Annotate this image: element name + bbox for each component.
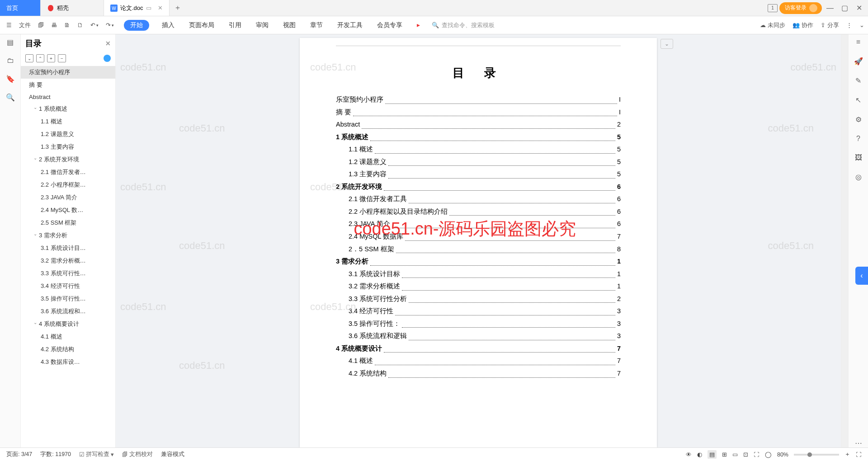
toc-row[interactable]: 1.2 课题意义5	[336, 156, 621, 169]
outline-list[interactable]: 乐室预约小程序摘 要Abstract⌄1 系统概述1.1 概述1.2 课题意义1…	[21, 66, 115, 447]
save-icon[interactable]: 🗐	[35, 20, 47, 30]
hamburger-icon[interactable]: ☰	[4, 20, 14, 30]
window-mode-icon[interactable]: 1	[768, 4, 778, 12]
menu-devtools[interactable]: 开发工具	[335, 20, 364, 31]
rocket-icon[interactable]: 🚀	[854, 57, 863, 66]
collapse-page-icon[interactable]: ⌄	[660, 39, 673, 49]
menu-review[interactable]: 审阅	[254, 20, 270, 31]
outline-item[interactable]: 3.5 操作可行性…	[21, 292, 115, 305]
sync-button[interactable]: ☁未同步	[760, 21, 785, 29]
new-tab-button[interactable]: ＋	[170, 0, 186, 16]
outline-item[interactable]: Abstract	[21, 91, 115, 103]
coop-button[interactable]: 👥协作	[793, 21, 813, 29]
zoom-level[interactable]: 80%	[777, 452, 788, 458]
outline-rail-icon[interactable]: ▤	[7, 38, 14, 47]
toc-row[interactable]: 3.6 系统流程和逻辑3	[336, 330, 621, 343]
minimize-icon[interactable]: —	[824, 2, 836, 14]
outline-item[interactable]: ⌄3 需求分析	[21, 229, 115, 242]
toc-row[interactable]: 2.1 微信开发者工具6	[336, 193, 621, 206]
toc-row[interactable]: 2.2 小程序框架以及目录结构介绍6	[336, 206, 621, 218]
fullscreen-icon[interactable]: ⛶	[856, 452, 862, 458]
zoom-out-icon[interactable]: ◯	[765, 451, 772, 458]
pointer-icon[interactable]: ↖	[855, 96, 861, 104]
outline-item[interactable]: 1.1 概述	[21, 115, 115, 128]
outline-item[interactable]: 3.6 系统流程和…	[21, 305, 115, 318]
outline-item[interactable]: 3.2 需求分析概…	[21, 254, 115, 267]
image-icon[interactable]: 🖼	[855, 154, 862, 162]
collapse-ribbon-icon[interactable]: ⌄	[859, 21, 864, 29]
fit-icon[interactable]: ⛶	[754, 452, 760, 458]
tab-close-icon[interactable]: ✕	[158, 5, 163, 11]
nightmode-icon[interactable]: ◐	[697, 451, 702, 458]
document-viewport[interactable]: 目 录 乐室预约小程序I摘 要IAbstract21 系统概述51.1 概述51…	[116, 34, 841, 447]
menu-vip[interactable]: 会员专享	[375, 20, 404, 31]
menu-insert[interactable]: 插入	[160, 20, 176, 31]
outline-close-icon[interactable]: ✕	[105, 40, 111, 47]
outline-item[interactable]: 1.3 主要内容	[21, 141, 115, 153]
tab-home[interactable]: 首页	[0, 0, 41, 16]
compat-mode[interactable]: 兼容模式	[161, 451, 184, 458]
toc-row[interactable]: 3.3 系统可行性分析2	[336, 293, 621, 306]
settings-slider-icon[interactable]: ⚙	[855, 115, 862, 124]
ribbon-rail-icon[interactable]: 🔖	[6, 75, 15, 83]
word-count[interactable]: 字数: 11970	[40, 451, 71, 458]
eye-icon[interactable]: 👁	[686, 452, 692, 458]
toc-row[interactable]: 1.3 主要内容5	[336, 168, 621, 181]
toc-row[interactable]: 1 系统概述5	[336, 131, 621, 144]
outline-item[interactable]: 3.4 经济可行性	[21, 280, 115, 292]
readmode-icon[interactable]: ▤	[708, 450, 717, 459]
add-icon[interactable]: +	[47, 54, 55, 62]
pen-icon[interactable]: ✎	[855, 76, 861, 85]
book-icon[interactable]: ▭	[732, 451, 738, 458]
help-icon[interactable]: ?	[856, 135, 860, 143]
ruler[interactable]	[336, 38, 621, 46]
search-rail-icon[interactable]: 🔍	[6, 93, 15, 102]
outline-item[interactable]: 3.3 系统可行性…	[21, 267, 115, 280]
print-icon[interactable]: 🖶	[48, 20, 60, 30]
outline-settings-icon[interactable]	[104, 55, 111, 62]
remove-icon[interactable]: −	[58, 54, 66, 62]
toc-row[interactable]: 3 需求分析1	[336, 255, 621, 268]
toc-row[interactable]: 3.2 需求分析概述1	[336, 280, 621, 293]
tab-float-icon[interactable]: ▭	[146, 5, 151, 11]
outline-item[interactable]: 2.3 JAVA 简介	[21, 191, 115, 204]
outline-item[interactable]: 3.1 系统设计目…	[21, 242, 115, 254]
toc-row[interactable]: Abstract2	[336, 118, 621, 131]
zoom-slider[interactable]	[794, 454, 839, 456]
toc-row[interactable]: 4.2 系统结构7	[336, 367, 621, 380]
outline-item[interactable]: 摘 要	[21, 79, 115, 91]
login-button[interactable]: 访客登录	[779, 2, 822, 14]
outline-item[interactable]: 乐室预约小程序	[21, 66, 115, 79]
menu-layout[interactable]: 页面布局	[187, 20, 216, 31]
toc-row[interactable]: 3.4 经济可行性3	[336, 305, 621, 318]
spellcheck-button[interactable]: ☑ 拼写检查 ▾	[79, 451, 114, 458]
more-rail-icon[interactable]: ⋯	[855, 439, 862, 447]
close-window-icon[interactable]: ✕	[853, 2, 865, 14]
preview-icon[interactable]: 🗎	[61, 20, 73, 30]
outline-item[interactable]: 2.4 MySQL 数…	[21, 204, 115, 216]
more-icon[interactable]: ⋮	[846, 21, 852, 29]
outline-item[interactable]: 2.2 小程序框架…	[21, 179, 115, 191]
toc-row[interactable]: 2 系统开发环境6	[336, 181, 621, 193]
zoom-in-icon[interactable]: ＋	[844, 451, 850, 458]
maximize-icon[interactable]: ▢	[838, 2, 851, 14]
toc-row[interactable]: 3.5 操作可行性：3	[336, 318, 621, 330]
target-icon[interactable]: ◎	[855, 173, 862, 181]
outline-item[interactable]: 4.2 系统结构	[21, 343, 115, 356]
page-count[interactable]: 页面: 3/47	[6, 451, 32, 458]
proof-button[interactable]: 🗐 文档校对	[122, 451, 153, 458]
layout-icon[interactable]: ⊞	[722, 451, 727, 458]
toc-row[interactable]: 2．5 SSM 框架8	[336, 243, 621, 256]
bookmark-rail-icon[interactable]: 🗀	[7, 56, 14, 65]
outline-item[interactable]: 2.1 微信开发者…	[21, 166, 115, 179]
toc-row[interactable]: 摘 要I	[336, 106, 621, 119]
menu-chapter[interactable]: 章节	[308, 20, 325, 31]
redo-icon[interactable]: ↷▾	[103, 20, 117, 30]
outline-item[interactable]: ⌄4 系统概要设计	[21, 318, 115, 330]
outline-item[interactable]: 2.5 SSM 框架	[21, 216, 115, 229]
file-menu[interactable]: 文件	[16, 19, 33, 31]
toc-row[interactable]: 4.1 概述7	[336, 355, 621, 367]
toc-row[interactable]: 乐室预约小程序I	[336, 94, 621, 106]
menu-ref[interactable]: 引用	[227, 20, 243, 31]
menu-more-icon[interactable]: ▸	[415, 20, 422, 31]
